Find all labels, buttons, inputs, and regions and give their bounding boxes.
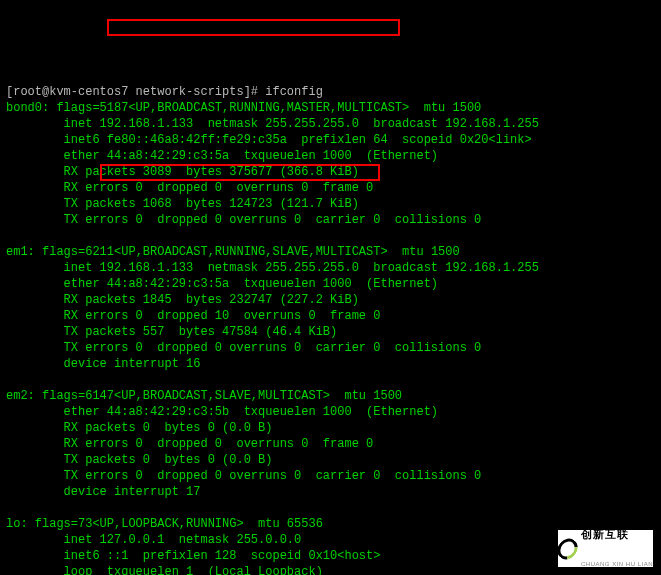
em1-rx-packets: RX packets 1845 bytes 232747 (227.2 KiB) — [6, 293, 359, 307]
terminal-output: [root@kvm-centos7 network-scripts]# ifco… — [6, 68, 655, 575]
em2-dev-int: device interrupt 17 — [6, 485, 200, 499]
logo-icon — [553, 534, 582, 563]
em1-dev-int: device interrupt 16 — [6, 357, 200, 371]
watermark-logo: 创新互联 CHUANG XIN HU LIAN — [558, 530, 653, 567]
em1-ether: ether 44:a8:42:29:c3:5a txqueuelen 1000 … — [6, 277, 438, 291]
lo-loop: loop txqueuelen 1 (Local Loopback) — [6, 565, 323, 575]
em2-rx-errors: RX errors 0 dropped 0 overruns 0 frame 0 — [6, 437, 373, 451]
command-text: ifconfig — [265, 85, 323, 99]
em1-tx-errors: TX errors 0 dropped 0 overruns 0 carrier… — [6, 341, 481, 355]
logo-en: CHUANG XIN HU LIAN — [581, 559, 653, 569]
em1-header-post: mtu 1500 — [388, 245, 460, 259]
bond0-header-pre: bond0: flags=5187 — [6, 101, 128, 115]
em1-header-pre: em1: flags=6211 — [6, 245, 114, 259]
bond0-ether: ether 44:a8:42:29:c3:5a txqueuelen 1000 … — [6, 149, 438, 163]
highlight-box-master — [107, 19, 400, 36]
em2-ether: ether 44:a8:42:29:c3:5b txqueuelen 1000 … — [6, 405, 438, 419]
bond0-inet6: inet6 fe80::46a8:42ff:fe29:c35a prefixle… — [6, 133, 532, 147]
lo-inet6: inet6 ::1 prefixlen 128 scopeid 0x10<hos… — [6, 549, 380, 563]
em1-rx-errors: RX errors 0 dropped 10 overruns 0 frame … — [6, 309, 380, 323]
bond0-header-post: mtu 1500 — [409, 101, 481, 115]
shell-prompt: [root@kvm-centos7 network-scripts]# — [6, 85, 265, 99]
lo-header: lo: flags=73<UP,LOOPBACK,RUNNING> mtu 65… — [6, 517, 323, 531]
bond0-inet: inet 192.168.1.133 netmask 255.255.255.0… — [6, 117, 539, 131]
em1-flags: <UP,BROADCAST,RUNNING,SLAVE,MULTICAST> — [114, 245, 388, 259]
em2-rx-packets: RX packets 0 bytes 0 (0.0 B) — [6, 421, 272, 435]
logo-cn: 创新互联 — [581, 529, 653, 539]
em1-inet: inet 192.168.1.133 netmask 255.255.255.0… — [6, 261, 539, 275]
em2-tx-errors: TX errors 0 dropped 0 overruns 0 carrier… — [6, 469, 481, 483]
bond0-tx-packets: TX packets 1068 bytes 124723 (121.7 KiB) — [6, 197, 359, 211]
bond0-rx-errors: RX errors 0 dropped 0 overruns 0 frame 0 — [6, 181, 373, 195]
bond0-rx-packets: RX packets 3089 bytes 375677 (366.8 KiB) — [6, 165, 359, 179]
em2-header: em2: flags=6147<UP,BROADCAST,SLAVE,MULTI… — [6, 389, 402, 403]
lo-inet: inet 127.0.0.1 netmask 255.0.0.0 — [6, 533, 301, 547]
em2-tx-packets: TX packets 0 bytes 0 (0.0 B) — [6, 453, 272, 467]
logo-text: 创新互联 CHUANG XIN HU LIAN — [581, 509, 653, 576]
bond0-tx-errors: TX errors 0 dropped 0 overruns 0 carrier… — [6, 213, 481, 227]
bond0-flags: <UP,BROADCAST,RUNNING,MASTER,MULTICAST> — [128, 101, 409, 115]
em1-tx-packets: TX packets 557 bytes 47584 (46.4 KiB) — [6, 325, 337, 339]
